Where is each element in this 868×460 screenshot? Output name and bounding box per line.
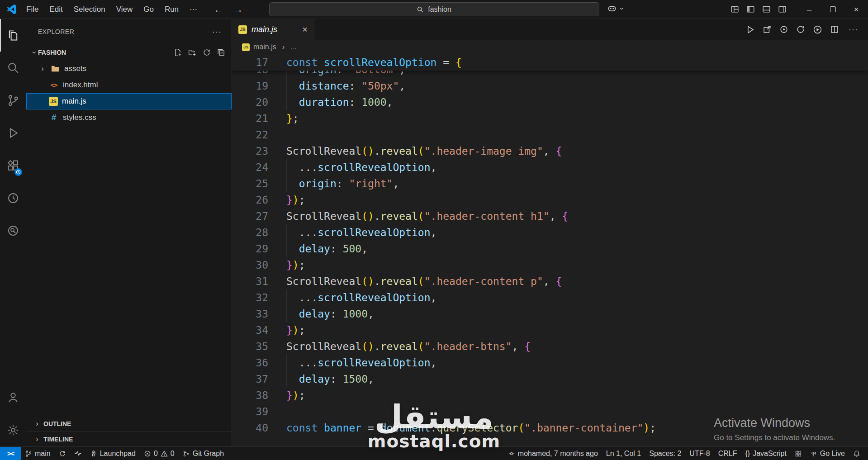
chevron-down-icon: › (30, 49, 39, 56)
activity-extensions-button[interactable] (0, 149, 26, 182)
circle-dot-icon[interactable] (779, 25, 788, 34)
code-line-31[interactable]: 31ScrollReveal().reveal(".header-content… (232, 273, 868, 289)
code-line-35[interactable]: 35ScrollReveal().reveal(".header-btns", … (232, 338, 868, 355)
maximize-button[interactable] (821, 0, 844, 19)
code-line-24[interactable]: 24 ...scrollRevealOption, (232, 159, 868, 175)
error-count: 0 (154, 450, 158, 458)
circled-play-icon[interactable] (813, 25, 822, 34)
code-line-39[interactable]: 39 (232, 403, 868, 420)
code-line-19[interactable]: 19 distance: "50px", (232, 78, 868, 94)
menu-view[interactable]: View (111, 3, 138, 16)
timeline-panel-header[interactable]: › TIMELINE (26, 431, 232, 446)
go-live-button[interactable]: Go Live (806, 447, 849, 460)
toggle-secondary-sidebar-icon[interactable] (778, 5, 787, 14)
settings-button[interactable] (0, 414, 26, 446)
sidebar-bottom-panels: › OUTLINE › TIMELINE (26, 416, 232, 446)
accounts-button[interactable] (0, 381, 26, 414)
tab-main-js[interactable]: JS main.js × (232, 19, 314, 40)
menu-run[interactable]: Run (160, 3, 184, 16)
command-center-search[interactable]: fashion (269, 2, 599, 16)
circle-arrow-icon[interactable] (796, 25, 805, 34)
menu-selection[interactable]: Selection (69, 3, 110, 16)
activity-gitlens-button[interactable] (0, 214, 26, 247)
code-editor[interactable]: 17const scrollRevealOption = { 18 origin… (232, 54, 868, 446)
collapse-folders-button[interactable] (217, 48, 225, 57)
launchpad-label: Launchpad (100, 450, 136, 458)
problems-item[interactable]: 0 0 (140, 447, 179, 460)
sync-changes-button[interactable] (55, 447, 70, 460)
line-number: 40 (232, 420, 268, 436)
launchpad-button[interactable]: Launchpad (86, 447, 140, 460)
activity-explorer-button[interactable] (0, 19, 26, 52)
customize-layout-icon[interactable] (730, 5, 739, 14)
code-line-34[interactable]: 34}); (232, 322, 868, 338)
git-blame-item[interactable]: mohamed, 7 months ago (504, 447, 602, 460)
code-line-29[interactable]: 29 delay: 500, (232, 241, 868, 257)
breadcrumb-file[interactable]: main.js (253, 43, 276, 51)
go-forward-button[interactable]: → (233, 4, 243, 15)
activity-search-button[interactable] (0, 52, 26, 84)
menu-go[interactable]: Go (138, 3, 159, 16)
minimize-button[interactable]: – (797, 0, 821, 19)
code-line-38[interactable]: 38}); (232, 387, 868, 403)
tree-item-main-js[interactable]: JS main.js (26, 93, 232, 109)
code-line-33[interactable]: 33 delay: 1000, (232, 306, 868, 322)
code-line-32[interactable]: 32 ...scrollRevealOption, (232, 289, 868, 306)
close-button[interactable]: × (844, 0, 868, 19)
pulse-status-button[interactable] (70, 447, 86, 460)
code-line-28[interactable]: 28 ...scrollRevealOption, (232, 224, 868, 241)
language-mode-item[interactable]: {} JavaScript (741, 447, 790, 460)
chevron-right-icon: › (39, 64, 46, 73)
close-tab-button[interactable]: × (302, 24, 308, 35)
copilot-menu-button[interactable]: › (607, 4, 626, 14)
folder-section-header[interactable]: › FASHION (26, 44, 232, 61)
breadcrumb-symbol[interactable]: ... (291, 43, 297, 51)
sticky-line[interactable]: 17const scrollRevealOption = { (232, 54, 868, 71)
encoding-item[interactable]: UTF-8 (685, 447, 714, 460)
git-branch-item[interactable]: main (21, 447, 55, 460)
menu-edit[interactable]: Edit (44, 3, 67, 16)
code-line-40[interactable]: 40const banner = document.querySelector(… (232, 420, 868, 436)
code-line-37[interactable]: 37 delay: 1500, (232, 371, 868, 387)
tree-item-styles-css[interactable]: # styles.css (26, 109, 232, 126)
remote-indicator[interactable]: >< (0, 447, 21, 460)
extension-status-button[interactable] (791, 447, 806, 460)
code-text: ScrollReveal().reveal(".header-image img… (286, 143, 562, 159)
code-text: delay: 1000, (286, 306, 374, 322)
code-line-25[interactable]: 25 origin: "right", (232, 175, 868, 192)
go-back-button[interactable]: ← (214, 4, 223, 15)
more-editor-actions-button[interactable]: ··· (847, 25, 860, 34)
outline-panel-header[interactable]: › OUTLINE (26, 416, 232, 431)
new-folder-button[interactable] (188, 48, 196, 57)
code-line-21[interactable]: 21}; (232, 110, 868, 127)
activity-history-button[interactable] (0, 182, 26, 214)
code-line-26[interactable]: 26}); (232, 192, 868, 208)
activity-source-control-button[interactable] (0, 84, 26, 117)
open-external-icon[interactable] (763, 25, 772, 34)
search-query-text: fashion (428, 5, 451, 14)
git-graph-button[interactable]: Git Graph (179, 447, 228, 460)
toggle-panel-icon[interactable] (762, 5, 771, 14)
code-line-22[interactable]: 22 (232, 127, 868, 143)
code-line-20[interactable]: 20 duration: 1000, (232, 94, 868, 110)
eol-item[interactable]: CRLF (714, 447, 741, 460)
new-file-button[interactable] (174, 48, 182, 57)
refresh-explorer-button[interactable] (203, 48, 211, 57)
tree-item-index-html[interactable]: <> index.html (26, 77, 232, 93)
tree-item-assets[interactable]: › assets (26, 61, 232, 77)
notifications-button[interactable] (849, 447, 864, 460)
code-line-23[interactable]: 23ScrollReveal().reveal(".header-image i… (232, 143, 868, 159)
cursor-position-item[interactable]: Ln 1, Col 1 (602, 447, 645, 460)
menu-overflow-button[interactable]: ··· (185, 3, 202, 16)
toggle-primary-sidebar-icon[interactable] (746, 5, 755, 14)
code-line-27[interactable]: 27ScrollReveal().reveal(".header-content… (232, 208, 868, 224)
code-line-30[interactable]: 30}); (232, 257, 868, 273)
code-line-36[interactable]: 36 ...scrollRevealOption, (232, 355, 868, 371)
split-editor-button[interactable] (830, 25, 839, 34)
indentation-item[interactable]: Spaces: 2 (645, 447, 685, 460)
explorer-more-actions-button[interactable]: ··· (210, 27, 223, 37)
activity-run-debug-button[interactable] (0, 117, 26, 149)
code-line-17[interactable]: 17const scrollRevealOption = { (232, 54, 868, 71)
run-button[interactable] (745, 25, 755, 34)
menu-file[interactable]: File (21, 3, 43, 16)
